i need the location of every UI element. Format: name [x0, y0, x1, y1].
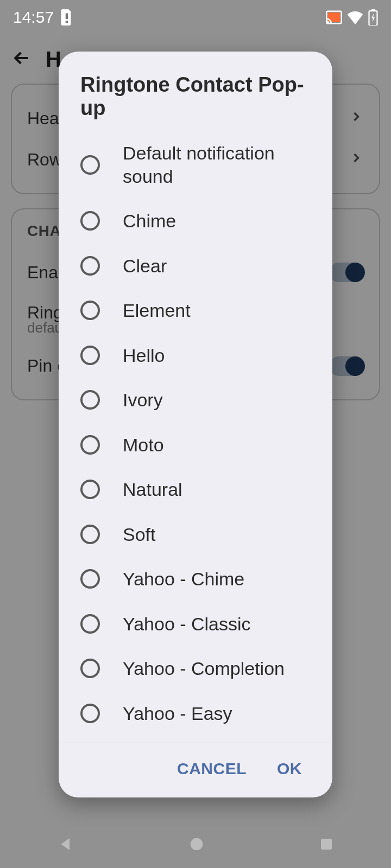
ringtone-option[interactable]: Yahoo - Chime: [59, 557, 332, 602]
option-label: Hello: [123, 344, 165, 367]
ringtone-option[interactable]: Yahoo - Easy: [59, 691, 332, 736]
svg-point-5: [326, 22, 329, 24]
wifi-icon: [346, 10, 364, 24]
radio-icon[interactable]: [80, 256, 100, 276]
cancel-button[interactable]: CANCEL: [177, 760, 247, 778]
battery-charging-icon: [368, 9, 378, 25]
ringtone-option[interactable]: Natural: [59, 467, 332, 512]
option-label: Yahoo - Easy: [123, 702, 232, 725]
radio-icon[interactable]: [80, 704, 100, 723]
radio-icon[interactable]: [80, 614, 100, 634]
ringtone-option[interactable]: Soft: [59, 512, 332, 557]
radio-icon[interactable]: [80, 390, 100, 410]
radio-icon[interactable]: [80, 301, 100, 320]
ringtone-option[interactable]: Hello: [59, 333, 332, 378]
dialog-actions: CANCEL OK: [59, 743, 332, 797]
radio-icon[interactable]: [80, 480, 100, 499]
svg-rect-0: [66, 14, 68, 20]
nav-home-icon[interactable]: [188, 836, 205, 854]
radio-icon[interactable]: [80, 155, 100, 175]
android-nav-bar: [0, 822, 391, 868]
option-label: Chime: [123, 209, 176, 233]
ringtone-option[interactable]: Moto: [59, 423, 332, 468]
sim-alert-icon: [60, 9, 73, 25]
nav-recent-icon[interactable]: [318, 836, 335, 854]
status-bar: 14:57: [0, 0, 391, 35]
radio-icon[interactable]: [80, 346, 100, 365]
ringtone-option[interactable]: Clear: [59, 244, 332, 289]
dialog-title: Ringtone Contact Pop-up: [59, 52, 332, 131]
option-label: Default notification sound: [123, 142, 311, 188]
option-label: Soft: [123, 523, 155, 546]
option-label: Yahoo - Completion: [123, 657, 285, 680]
option-label: Moto: [123, 433, 164, 457]
option-label: Natural: [123, 478, 182, 501]
option-label: Clear: [123, 254, 167, 278]
radio-icon[interactable]: [80, 211, 100, 231]
svg-rect-9: [321, 839, 332, 850]
ringtone-dialog: Ringtone Contact Pop-up Default notifica…: [59, 52, 332, 797]
radio-icon[interactable]: [80, 525, 100, 544]
cast-icon: [326, 10, 342, 24]
option-label: Yahoo - Chime: [123, 567, 244, 591]
radio-icon[interactable]: [80, 435, 100, 455]
option-label: Ivory: [123, 388, 163, 412]
status-time: 14:57: [13, 8, 54, 27]
option-label: Yahoo - Classic: [123, 612, 251, 636]
nav-back-icon[interactable]: [56, 835, 75, 856]
ringtone-option[interactable]: Yahoo - Completion: [59, 646, 332, 691]
ringtone-option[interactable]: Default notification sound: [59, 131, 332, 199]
svg-point-8: [191, 838, 203, 851]
ringtone-option[interactable]: Element: [59, 288, 332, 333]
option-label: Element: [123, 299, 191, 322]
radio-icon[interactable]: [80, 569, 100, 589]
ringtone-option[interactable]: Ivory: [59, 378, 332, 423]
ok-button[interactable]: OK: [277, 760, 302, 778]
ringtone-options-list[interactable]: Default notification soundChimeClearElem…: [59, 131, 332, 743]
ringtone-option[interactable]: Yahoo - Classic: [59, 602, 332, 647]
radio-icon[interactable]: [80, 659, 100, 678]
ringtone-option[interactable]: Yahoo - Got Mail: [59, 736, 332, 743]
ringtone-option[interactable]: Chime: [59, 199, 332, 244]
svg-rect-1: [66, 21, 68, 23]
